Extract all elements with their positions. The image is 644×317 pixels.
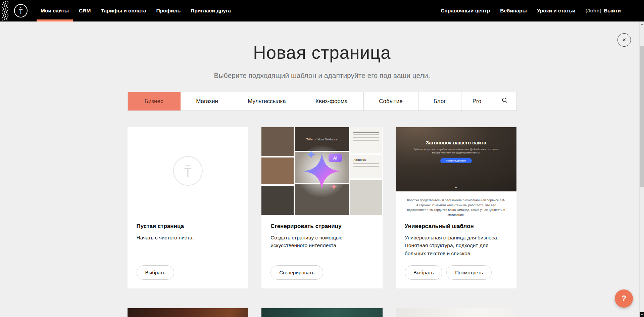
zigzag-decoration-icon [0,0,10,21]
template-preview-image [261,308,383,317]
template-card-partial[interactable] [261,308,383,317]
template-preview-image [396,308,517,317]
nav-help-center[interactable]: Справочный центр [436,0,495,21]
scroll-down-arrow[interactable]: ▼ [640,312,644,317]
scroll-up-arrow[interactable]: ▲ [640,21,644,26]
help-button[interactable]: ? [615,289,633,308]
tilda-logo[interactable]: ~ T [14,4,28,17]
ai-badge: AI [329,154,342,162]
template-card-ai-generate: Title of Your Website About us [261,127,383,288]
tab-store[interactable]: Магазин [181,92,234,110]
sparkle-small-pink-icon [331,183,338,190]
collage-tile [261,157,294,184]
collage-tile [261,186,294,215]
search-icon [501,97,508,105]
preview-subtext: Добавьте интересные подробности о вашей … [414,148,498,155]
ai-collage-preview[interactable]: Title of Your Website About us [261,127,382,215]
nav-logout[interactable]: (John) Выйти [581,0,626,21]
template-card-partial[interactable] [396,308,517,317]
template-card-universal: Заголовок вашего сайта Добавьте интересн… [396,127,517,288]
secondary-nav: Справочный центр Вебинары Уроки и статьи… [436,0,626,21]
page-subtitle: Выберите подходящий шаблон и адаптируйте… [0,72,644,80]
nav-profile[interactable]: Профиль [151,0,186,21]
collage-site-title: Title of Your Website [306,137,338,141]
tab-quiz-form[interactable]: Квиз-форма [300,92,364,110]
preview-heading: Заголовок вашего сайта [426,140,486,145]
page-title: Новая страница [0,42,644,63]
preview-excerpt-text: Коротко представьтесь и расскажите о ком… [406,198,506,218]
primary-nav: Мои сайты CRM Тарифы и оплата Профиль Пр… [36,0,236,21]
tab-multilink[interactable]: Мультиссылка [234,92,300,110]
question-mark-icon: ? [622,294,627,303]
close-button[interactable]: ✕ [617,33,631,47]
scroll-thumb[interactable] [640,46,644,187]
card-description: Универсальная страница для бизнеса. Поня… [405,234,508,257]
chevron-down-icon: ⌄ [454,184,458,189]
select-blank-button[interactable]: Выбрать [137,265,174,280]
nav-webinars[interactable]: Вебинары [495,0,532,21]
universal-template-preview[interactable]: Заголовок вашего сайта Добавьте интересн… [396,127,516,191]
watermark-letter: T [184,168,192,178]
template-grid: ~ T Пустая страница Начать с чистого лис… [128,127,517,317]
card-description: Создать страницу с помощью искусственног… [270,234,374,250]
select-universal-button[interactable]: Выбрать [405,265,442,280]
logout-label: Выйти [604,8,621,14]
top-nav-bar: ~ T Мои сайты CRM Тарифы и оплата Профил… [0,0,644,21]
scrollbar[interactable]: ▲ ▼ [639,21,644,317]
collage-tile-about: About us [350,155,382,178]
generate-button[interactable]: Сгенерировать [270,265,323,280]
card-title: Универсальный шаблон [405,223,508,230]
tab-business[interactable]: Бизнес [128,92,181,110]
preview-cta-button: основное действие [440,158,472,163]
collage-tile-text-placeholder [350,127,382,153]
user-name: (John) [586,8,601,14]
close-icon: ✕ [622,37,627,43]
card-title: Пустая страница [137,223,240,230]
card-title: Сгенерировать страницу [270,223,374,230]
nav-tariffs[interactable]: Тарифы и оплата [96,0,151,21]
blank-page-preview[interactable]: ~ T [128,127,249,223]
tab-pro[interactable]: Pro [461,92,493,110]
nav-crm[interactable]: CRM [74,0,96,21]
preview-universal-button[interactable]: Посмотреть [446,265,492,280]
card-description: Начать с чистого листа. [137,234,240,241]
tilda-watermark-icon: ~ T [173,156,203,186]
nav-lessons[interactable]: Уроки и статьи [532,0,581,21]
template-card-partial[interactable] [128,308,249,317]
about-us-label: About us [353,158,379,162]
template-preview-image [128,308,249,317]
nav-invite-friend[interactable]: Пригласи друга [186,0,236,21]
collage-tile [261,127,294,156]
tab-event[interactable]: Событие [364,92,418,110]
tab-blog[interactable]: Блог [418,92,461,110]
template-card-blank-page: ~ T Пустая страница Начать с чистого лис… [128,127,249,288]
tab-search[interactable] [493,92,516,110]
nav-my-sites[interactable]: Мои сайты [36,0,74,21]
template-category-tabs: Бизнес Магазин Мультиссылка Квиз-форма С… [128,92,517,111]
tilda-logo-letter-icon: T [19,9,23,15]
collage-tile [350,180,382,215]
